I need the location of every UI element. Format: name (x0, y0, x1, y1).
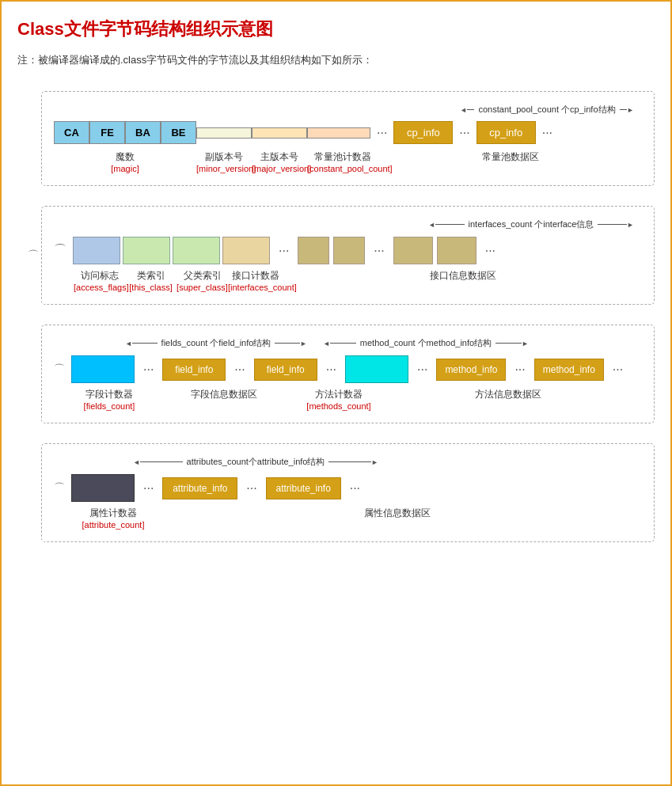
fcount-block (71, 355, 135, 383)
label-super-key: [super_class] (177, 283, 228, 292)
dots1: ··· (370, 126, 393, 140)
label-method-data-name: 方法信息数据区 (374, 388, 642, 401)
label-const-data-name: 常量池数据区 (378, 150, 642, 164)
label-mcount-name: 方法计数器 (303, 388, 374, 401)
arrow-right-attrs: ► (371, 458, 378, 466)
label-icount-name: 接口计数器 (228, 269, 283, 283)
section4: ◄ attributes_count个attribute_info结构 ► ⌒ … (41, 443, 655, 542)
constant-pool-span-label: constant_pool_count 个cp_info结构 (474, 104, 619, 116)
bytes-row: CA FE BA BE ··· cp_info ··· cp_info ··· (54, 121, 642, 144)
interfaces-span-label: interfaces_count 个interface信息 (465, 218, 598, 230)
attrs-span-label: attributes_count个attribute_info结构 (183, 456, 329, 468)
cp-info-box-1: cp_info (393, 121, 453, 144)
section1: ◄ constant_pool_count 个cp_info结构 ► CA FE… (41, 91, 655, 186)
byte-const-count (307, 127, 370, 139)
gt-arrow3: ⌒ (54, 363, 65, 377)
section4-diagram: ⌒ ··· attribute_info ··· attribute_info … (54, 474, 642, 502)
byte-minor-version (196, 127, 252, 139)
dots6: ··· (479, 244, 502, 258)
dots5: ··· (367, 244, 390, 258)
super-block (173, 237, 220, 264)
dots14: ··· (240, 481, 263, 496)
access-block (73, 237, 120, 264)
iface-box3 (393, 237, 433, 264)
label-mcount-key: [methods_count] (303, 401, 374, 411)
arrow-right-methods: ► (522, 340, 529, 347)
section2-connector: ⌒ (28, 249, 39, 261)
label-fcount-key: [fields_count] (74, 401, 145, 411)
method-info-box2: method_info (534, 359, 604, 381)
label-access-name: 访问标志 (74, 269, 125, 283)
attr-info-box2: attribute_info (266, 477, 341, 499)
label-class-name: 类索引 (125, 269, 177, 283)
iface-box2 (333, 237, 365, 264)
section3: ◄ fields_count 个field_info结构 ► ◄ method_… (41, 325, 655, 423)
label-magic-key: [magic] (54, 164, 196, 173)
arrow-right-icon: ► (627, 106, 634, 114)
iface-box1 (298, 237, 329, 264)
label-major-key: [major_version] (252, 164, 307, 173)
label-acount-name: 属性计数器 (74, 507, 153, 520)
field-info-box1: field_info (162, 359, 226, 381)
dots10: ··· (411, 363, 434, 377)
dots12: ··· (606, 363, 629, 377)
iface-box4 (437, 237, 476, 264)
arrow-left-methods: ◄ (323, 340, 330, 347)
label-minor-key: [minor_version] (196, 164, 252, 173)
label-class-key: [this_class] (125, 283, 177, 292)
methods-span-label: method_count 个method_info结构 (356, 337, 495, 349)
attr-info-box1: attribute_info (162, 477, 237, 499)
label-icount-key: [interfaces_count] (228, 283, 283, 292)
gt-arrow4: ⌒ (54, 481, 65, 496)
icount-block (222, 237, 270, 264)
label-iface-data-name: 接口信息数据区 (283, 269, 642, 283)
dots15: ··· (344, 481, 366, 496)
label-major-name: 主版本号 (252, 150, 307, 164)
arrow-right-fields: ► (300, 340, 307, 347)
label-field-data-name: 字段信息数据区 (145, 388, 303, 401)
label-minor-name: 副版本号 (196, 150, 252, 164)
gt-arrow2: ⌒ (54, 242, 66, 259)
class-block (123, 237, 170, 264)
dots13: ··· (137, 481, 160, 496)
mcount-block (345, 355, 408, 383)
arrow-left-icon2: ◄ (428, 221, 435, 229)
arrow-right-icon2: ► (627, 221, 634, 229)
field-info-box2: field_info (254, 359, 317, 381)
arrow-left-icon: ◄ (460, 106, 467, 114)
dots4: ··· (272, 244, 295, 258)
label-const-count-name: 常量池计数器 (307, 150, 378, 164)
byte-fe: FE (89, 121, 125, 144)
acount-block (71, 474, 135, 502)
arrow-left-fields: ◄ (125, 340, 132, 347)
dots9: ··· (320, 363, 343, 377)
dots8: ··· (228, 363, 251, 377)
label-acount-key: [attribute_count] (74, 520, 153, 530)
byte-ba: BA (125, 121, 161, 144)
fields-span-label: fields_count 个field_info结构 (158, 337, 275, 349)
dots11: ··· (508, 363, 531, 377)
arrow-left-attrs: ◄ (133, 458, 140, 466)
dots7: ··· (137, 363, 160, 377)
method-info-box1: method_info (436, 359, 506, 381)
byte-major-version (252, 127, 307, 139)
page-title: Class文件字节码结构组织示意图 (17, 17, 655, 41)
label-fcount-name: 字段计数器 (74, 388, 145, 401)
label-super-name: 父类索引 (177, 269, 228, 283)
cp-info-box-2: cp_info (476, 121, 536, 144)
label-magic-name: 魔数 (54, 150, 196, 164)
byte-ca: CA (54, 121, 89, 144)
label-access-key: [access_flags] (74, 283, 125, 292)
dots3: ··· (536, 126, 559, 140)
dots2: ··· (453, 126, 476, 140)
label-attr-data-name: 属性信息数据区 (153, 507, 642, 520)
label-const-count-key: [constant_pool_count] (307, 164, 378, 173)
section2: ⌒ ◄ interfaces_count 个interface信息 ► ⌒ (41, 206, 655, 305)
page-note: 注：被编译器编译成的.class字节码文件的字节流以及其组织结构如下如所示： (17, 53, 655, 67)
section2-diagram: ⌒ ··· ··· ··· (54, 237, 642, 264)
byte-be: BE (161, 121, 196, 144)
page-container: Class文件字节码结构组织示意图 注：被编译器编译成的.class字节码文件的… (0, 0, 672, 786)
section3-diagram: ⌒ ··· field_info ··· field_info ··· ··· … (54, 355, 642, 383)
